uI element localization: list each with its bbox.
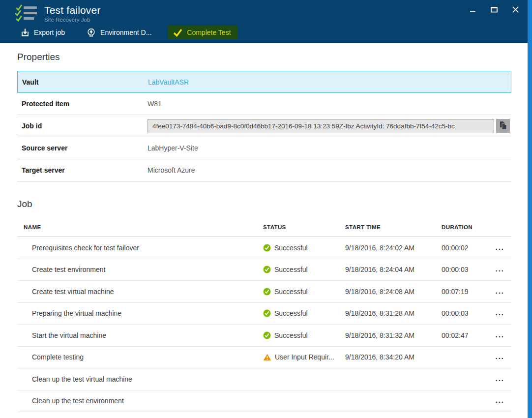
copy-icon xyxy=(499,121,507,131)
status-text: Successful xyxy=(274,244,308,252)
job-step-row: Clean up the test virtual machine ... xyxy=(17,368,511,390)
job-step-start-time: 9/18/2016, 8:34:20 AM xyxy=(345,353,442,361)
export-download-icon xyxy=(21,28,30,37)
target-server-value: Microsoft Azure xyxy=(148,166,195,174)
complete-test-button[interactable]: Complete Test xyxy=(168,26,237,39)
job-step-row: Clean up the test environment ... xyxy=(17,390,511,413)
success-icon xyxy=(263,288,271,296)
header-top: Test failover Site Recovery Job xyxy=(0,0,532,24)
environment-globe-icon xyxy=(87,28,96,37)
blade-header: Test failover Site Recovery Job xyxy=(0,0,532,43)
close-button[interactable] xyxy=(511,5,520,14)
job-step-duration: 00:00:03 xyxy=(442,309,487,317)
job-step-start-time: 9/18/2016, 8:24:08 AM xyxy=(345,288,442,296)
export-job-label: Export job xyxy=(34,28,65,37)
job-step-start-time: 9/18/2016, 8:24:02 AM xyxy=(345,244,442,252)
column-header-duration: DURATION xyxy=(442,224,487,230)
vault-label: Vault xyxy=(18,78,148,86)
job-step-row: Complete testing User Input Requir... 9/… xyxy=(17,347,511,369)
source-server-value: LabHyper-V-Site xyxy=(148,144,198,152)
job-step-name: Prerequisites check for test failover xyxy=(17,244,263,252)
job-heading: Job xyxy=(17,181,532,217)
job-step-duration: 00:00:02 xyxy=(442,244,487,252)
job-step-name: Clean up the test environment xyxy=(17,397,263,405)
status-text: Successful xyxy=(274,288,308,296)
job-id-field[interactable] xyxy=(148,119,494,133)
blade-content: Properties Vault LabVaultASR Protected i… xyxy=(0,43,532,412)
row-menu-ellipsis-button[interactable]: ... xyxy=(495,289,504,296)
status-text: Successful xyxy=(274,266,308,273)
right-accent-strip xyxy=(528,0,532,418)
job-step-row: Prerequisites check for test failover Su… xyxy=(17,237,511,259)
job-step-status: Successful xyxy=(263,288,345,296)
job-step-status: User Input Requir... xyxy=(263,353,345,361)
success-icon xyxy=(263,266,271,273)
page-title: Test failover xyxy=(44,4,101,16)
success-icon xyxy=(263,331,271,339)
job-step-row: Start the virtual machine Successful 9/1… xyxy=(17,325,511,347)
copy-job-id-button[interactable] xyxy=(496,119,510,133)
page-subtitle: Site Recovery Job xyxy=(44,17,101,23)
window-controls xyxy=(468,5,520,14)
property-row-vault[interactable]: Vault LabVaultASR xyxy=(17,71,511,93)
property-row-job-id: Job id xyxy=(17,115,511,137)
status-text: Successful xyxy=(274,331,308,339)
complete-test-checkmark-icon xyxy=(173,29,182,37)
column-header-name: NAME xyxy=(17,224,263,230)
job-step-status: Successful xyxy=(263,331,345,339)
row-menu-ellipsis-button[interactable]: ... xyxy=(495,333,504,340)
row-menu-ellipsis-button[interactable]: ... xyxy=(495,311,504,318)
job-step-name: Start the virtual machine xyxy=(17,331,263,339)
job-step-status: Successful xyxy=(263,244,345,252)
job-step-row: Create test environment Successful 9/18/… xyxy=(17,259,511,281)
job-step-duration: 00:07:19 xyxy=(442,288,487,296)
job-table-header: NAME STATUS START TIME DURATION xyxy=(17,217,511,237)
vault-link[interactable]: LabVaultASR xyxy=(148,78,189,86)
job-id-label: Job id xyxy=(17,122,148,130)
column-header-start-time: START TIME xyxy=(345,224,442,230)
toolbar: Export job Environment D... Complete Tes… xyxy=(0,23,238,42)
job-step-name: Create test virtual machine xyxy=(17,288,263,296)
row-menu-ellipsis-button[interactable]: ... xyxy=(495,398,504,405)
row-menu-ellipsis-button[interactable]: ... xyxy=(495,267,504,274)
job-step-duration: 00:00:03 xyxy=(442,266,487,273)
job-step-start-time: 9/18/2016, 8:24:04 AM xyxy=(345,266,442,273)
job-step-start-time: 9/18/2016, 8:31:32 AM xyxy=(345,331,442,339)
job-step-status: Successful xyxy=(263,309,345,317)
job-step-name: Complete testing xyxy=(17,353,263,361)
maximize-icon xyxy=(490,7,498,15)
properties-heading: Properties xyxy=(17,43,532,71)
close-icon xyxy=(512,7,519,15)
property-row-source-server: Source server LabHyper-V-Site xyxy=(17,137,511,159)
job-step-row: Preparing the virtual machine Successful… xyxy=(17,303,511,325)
title-block: Test failover Site Recovery Job xyxy=(44,4,101,23)
environment-details-label: Environment D... xyxy=(100,28,151,37)
warning-icon xyxy=(263,354,271,361)
minimize-icon xyxy=(469,7,476,15)
protected-item-value: W81 xyxy=(148,100,162,108)
environment-details-button[interactable]: Environment D... xyxy=(82,26,156,39)
complete-test-label: Complete Test xyxy=(187,28,231,37)
job-step-start-time: 9/18/2016, 8:31:28 AM xyxy=(345,309,442,317)
maximize-button[interactable] xyxy=(489,5,499,14)
property-row-protected-item: Protected item W81 xyxy=(17,93,511,115)
row-menu-ellipsis-button[interactable]: ... xyxy=(495,245,504,252)
job-step-name: Clean up the test virtual machine xyxy=(17,375,263,383)
property-row-target-server: Target server Microsoft Azure xyxy=(17,159,511,181)
site-recovery-job-checklist-icon xyxy=(15,4,38,24)
properties-table: Vault LabVaultASR Protected item W81 Job… xyxy=(17,71,511,181)
protected-item-label: Protected item xyxy=(17,100,148,108)
row-menu-ellipsis-button[interactable]: ... xyxy=(495,355,504,361)
row-menu-ellipsis-button[interactable]: ... xyxy=(495,377,504,384)
export-job-button[interactable]: Export job xyxy=(16,26,70,39)
job-step-row: Create test virtual machine Successful 9… xyxy=(17,281,511,303)
status-text: Successful xyxy=(274,309,308,317)
success-icon xyxy=(263,244,271,252)
job-step-name: Preparing the virtual machine xyxy=(17,309,263,317)
minimize-button[interactable] xyxy=(468,5,477,14)
source-server-label: Source server xyxy=(17,144,148,152)
job-step-status: Successful xyxy=(263,266,345,273)
job-step-duration: 00:02:47 xyxy=(442,331,487,339)
job-step-name: Create test environment xyxy=(17,266,263,273)
success-icon xyxy=(263,309,271,317)
